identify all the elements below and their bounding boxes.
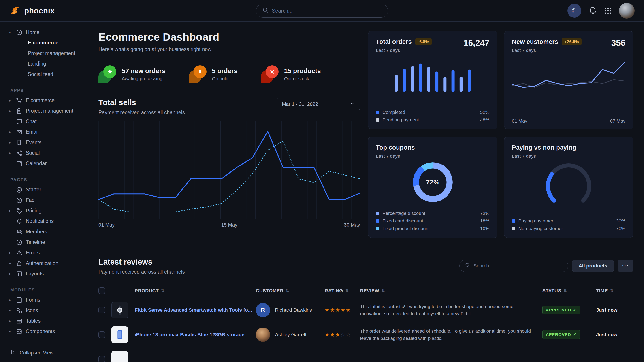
sidebar-item-errors[interactable]: ▸Errors: [0, 248, 85, 258]
column-header-status[interactable]: STATUS⇅: [542, 288, 596, 293]
card-title: Top coupons: [376, 144, 415, 151]
more-options-button[interactable]: ···: [618, 260, 633, 272]
new-customers-value: 356: [611, 38, 626, 48]
legend-item: Fixed product discount10%: [376, 225, 490, 232]
topbar-actions: ☾: [568, 3, 634, 18]
sidebar-item-label: Chat: [26, 118, 37, 125]
total-sells-title: Total sells: [98, 98, 185, 107]
total-orders-card: Total orders -6.8% Last 7 days 16,247 Co…: [368, 31, 498, 129]
select-all-checkbox[interactable]: [98, 287, 105, 294]
date-range-select[interactable]: Mar 1 - 31, 2022: [277, 98, 360, 110]
sidebar-item-authentication[interactable]: ▸Authentication: [0, 258, 85, 269]
sidebar-item-label: Home: [26, 29, 40, 35]
nav-section-heading: MODULES: [0, 285, 85, 295]
all-products-button[interactable]: All products: [572, 260, 614, 272]
global-search-placeholder: Search...: [272, 8, 292, 14]
sidebar-item-e-commerce[interactable]: E commerce: [0, 37, 85, 48]
compass-icon: [16, 187, 22, 193]
notifications-button[interactable]: [588, 6, 597, 15]
total-orders-bar-chart: [395, 58, 471, 92]
chevron-down-icon: ▾: [9, 30, 16, 35]
review-text: This Fitbit is fantastic! I was trying t…: [360, 303, 542, 317]
sidebar-item-e-commerce[interactable]: ▸E commerce: [0, 95, 85, 106]
nav-section-heading: APPS: [0, 85, 85, 95]
dashboard-left: Ecommerce Dashboard Here's what's going …: [98, 31, 360, 238]
reviews-title: Latest reviews: [98, 257, 185, 266]
product-image: [112, 351, 128, 362]
sidebar-item-project-management[interactable]: ▸Project management: [0, 106, 85, 116]
column-header-product[interactable]: PRODUCT⇅: [112, 288, 256, 293]
sidebar-item-social[interactable]: ▸Social: [0, 148, 85, 158]
row-checkbox[interactable]: [98, 356, 105, 362]
sidebar-item-icons[interactable]: ▸Icons: [0, 305, 85, 316]
customer-avatar: R: [256, 303, 270, 317]
sidebar-item-tables[interactable]: ▸Tables: [0, 316, 85, 326]
sidebar-item-pricing[interactable]: ▸Pricing: [0, 206, 85, 216]
column-header-time[interactable]: TIME⇅: [596, 288, 633, 293]
row-checkbox[interactable]: [98, 307, 105, 314]
chat-icon: [16, 118, 22, 125]
sidebar-item-calendar[interactable]: Calendar: [0, 158, 85, 169]
sidebar-item-label: Tables: [26, 318, 40, 324]
card-title: Total orders: [376, 38, 412, 45]
sidebar-item-label: Errors: [26, 250, 40, 256]
apps-grid-button[interactable]: [604, 7, 612, 14]
status-badge: APPROVED ✓: [542, 306, 580, 314]
tag-icon: [16, 208, 22, 214]
sidebar-item-label: Icons: [26, 308, 38, 314]
page-subtitle: Here's what's going on at your business …: [98, 46, 360, 52]
theme-toggle-button[interactable]: ☾: [568, 4, 581, 18]
phoenix-logo-icon: [10, 5, 21, 16]
review-time: Just now: [596, 332, 633, 338]
card-period: Last 7 days: [512, 48, 582, 53]
sidebar-item-notifications[interactable]: Notifications: [0, 216, 85, 227]
sidebar-item-email[interactable]: ▸Email: [0, 127, 85, 137]
sort-icon: ⇅: [564, 288, 567, 293]
collapse-icon: [10, 349, 16, 355]
cart-icon: [16, 97, 22, 104]
section-divider: [85, 247, 644, 247]
sort-icon: ⇅: [382, 288, 385, 293]
chevron-right-icon: ▸: [9, 109, 16, 113]
sidebar-item-label: Components: [26, 329, 55, 335]
sidebar-item-project-management[interactable]: Project management: [0, 48, 85, 58]
sidebar-item-starter[interactable]: Starter: [0, 184, 85, 195]
row-checkbox[interactable]: [98, 331, 105, 338]
reviews-search-input[interactable]: Search: [460, 260, 568, 272]
sidebar-item-forms[interactable]: ▸Forms: [0, 295, 85, 305]
rating-stars: ★★★☆☆: [325, 332, 351, 338]
product-link[interactable]: Fitbit Sense Advanced Smartwatch with To…: [135, 307, 252, 313]
chevron-right-icon: ▸: [9, 261, 16, 266]
sidebar-item-landing[interactable]: Landing: [0, 58, 85, 69]
sidebar-item-chat[interactable]: Chat: [0, 116, 85, 127]
legend-item: Paying customer30%: [512, 217, 626, 225]
stats-row: 57 new ordersAwating processing5 ordersO…: [98, 65, 360, 83]
x-axis-label: 15 May: [221, 222, 237, 228]
user-avatar[interactable]: [619, 3, 634, 18]
pause-icon: [197, 69, 203, 74]
chevron-right-icon: ▸: [9, 319, 16, 323]
product-link[interactable]: iPhone 13 pro max-Pacific Blue-128GB sto…: [135, 332, 244, 338]
stat-caption: Out of stock: [284, 76, 321, 81]
sidebar-item-faq[interactable]: Faq: [0, 195, 85, 206]
card-title: New customers: [512, 38, 558, 45]
sidebar-item-label: Starter: [26, 187, 41, 193]
sidebar-item-members[interactable]: Members: [0, 227, 85, 237]
legend-item: Fixed card discount18%: [376, 217, 490, 225]
sidebar-item-home[interactable]: ▾Home: [0, 27, 85, 37]
brand[interactable]: phoenix: [10, 5, 54, 16]
alert-icon: [16, 250, 22, 256]
column-header-review[interactable]: REVIEW⇅: [360, 288, 542, 293]
column-header-customer[interactable]: CUSTOMER⇅: [256, 288, 325, 293]
sidebar-item-components[interactable]: ▸Components: [0, 326, 85, 337]
sidebar-item-layouts[interactable]: ▸Layouts: [0, 269, 85, 279]
sidebar-item-social-feed[interactable]: Social feed: [0, 69, 85, 80]
column-header-rating[interactable]: RATING⇅: [325, 288, 360, 293]
sort-icon: ⇅: [161, 288, 164, 293]
sidebar-item-timeline[interactable]: Timeline: [0, 237, 85, 248]
sidebar-item-events[interactable]: ▸Events: [0, 137, 85, 148]
shapes-icon: [16, 308, 22, 314]
customer-avatar: [256, 352, 270, 362]
collapse-sidebar-button[interactable]: Collapsed View: [0, 343, 85, 362]
global-search-input[interactable]: Search...: [256, 4, 388, 18]
